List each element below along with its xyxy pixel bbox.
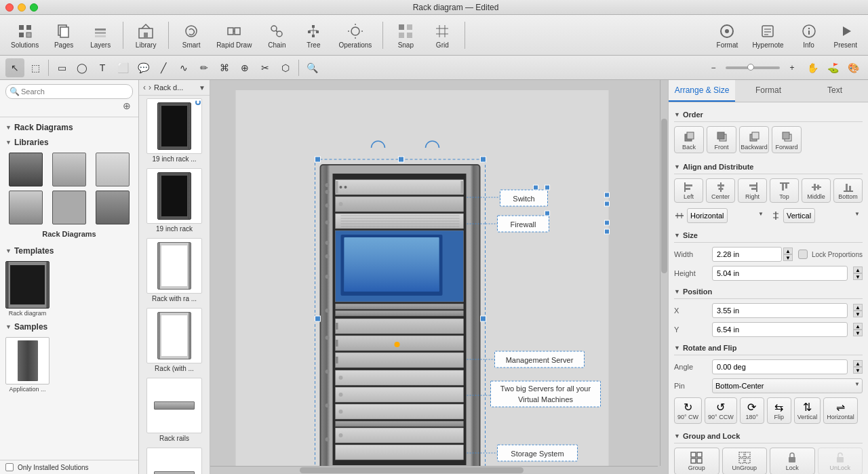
order-section-header[interactable]: ▼ Order [674, 108, 863, 122]
y-down[interactable]: ▼ [853, 330, 863, 336]
close-button[interactable] [5, 3, 14, 12]
library-item-2[interactable]: 19 inch rack [142, 168, 207, 233]
front-button[interactable]: Front [707, 126, 736, 153]
line-tool[interactable]: ╱ [154, 58, 173, 77]
horizontal-scrollbar[interactable] [210, 466, 658, 474]
scissors-tool[interactable]: ✂ [256, 58, 275, 77]
pages-button[interactable]: Pages [47, 19, 81, 52]
position-section-header[interactable]: ▼ Position [674, 285, 863, 299]
align-section-header[interactable]: ▼ Align and Distribute [674, 160, 863, 174]
align-top-button[interactable]: Top [770, 178, 799, 203]
add-library-button[interactable]: ⊕ [121, 100, 133, 113]
canvas-area[interactable]: Switch Firewall Management Server Two bi… [210, 80, 668, 474]
vertical-scrollbar[interactable] [660, 80, 668, 466]
x-stepper[interactable]: ▲ ▼ [853, 304, 863, 317]
y-up[interactable]: ▲ [853, 323, 863, 330]
group-button[interactable]: Group [674, 448, 719, 474]
format-button[interactable]: Format [710, 19, 744, 52]
tab-arrange-size[interactable]: Arrange & Size [669, 80, 735, 102]
align-middle-button[interactable]: Middle [802, 178, 831, 203]
template-thumb-1[interactable]: Rack diagram [5, 261, 50, 317]
ellipse-tool[interactable]: ◯ [73, 58, 92, 77]
unlock-button[interactable]: UnLock [818, 448, 863, 474]
align-right-button[interactable]: Right [738, 178, 767, 203]
y-input[interactable]: 6.54 in [712, 322, 848, 337]
info-button[interactable]: Info [792, 19, 826, 52]
search-input[interactable] [5, 84, 133, 99]
rapid-draw-button[interactable]: Rapid Draw [211, 19, 257, 52]
curve-tool[interactable]: ∿ [174, 58, 193, 77]
library-item-5[interactable]: Rack rails [142, 378, 207, 442]
operations-button[interactable]: Operations [333, 19, 377, 52]
vertical-scroll-thumb[interactable] [661, 119, 667, 273]
maximize-button[interactable] [30, 3, 38, 12]
snap-button[interactable]: Snap [389, 19, 422, 52]
height-stepper[interactable]: ▲ ▼ [853, 266, 863, 280]
ungroup-button[interactable]: UnGroup [722, 448, 768, 474]
smart-button[interactable]: Smart [174, 19, 208, 52]
align-bottom-button[interactable]: Bottom [833, 178, 863, 203]
height-down[interactable]: ▼ [853, 273, 863, 280]
chain-button[interactable]: Chain [260, 19, 294, 52]
rack-diagrams-header[interactable]: ▼ Rack Diagrams [0, 120, 138, 135]
back-button[interactable]: Back [674, 126, 704, 153]
library-button[interactable]: Library [129, 19, 163, 52]
x-input[interactable]: 3.55 in [712, 303, 848, 318]
select-all-tool[interactable]: ⬚ [26, 58, 45, 77]
forward-button[interactable]: Forward [772, 126, 802, 153]
minimize-button[interactable] [18, 3, 26, 12]
callout-tool[interactable]: 💬 [134, 58, 153, 77]
library-nav-dropdown[interactable]: ▼ [199, 84, 205, 92]
align-left-button[interactable]: Left [674, 178, 703, 203]
x-down[interactable]: ▼ [853, 311, 863, 317]
tab-format[interactable]: Format [735, 80, 802, 102]
templates-header[interactable]: ▼ Templates [0, 243, 138, 258]
hand-tool[interactable]: ✋ [803, 58, 822, 77]
pen-tool[interactable]: ✏ [195, 58, 214, 77]
angle-input[interactable]: 0.00 deg [712, 359, 848, 374]
rotate-cw-button[interactable]: ↻ 90° CW [674, 397, 702, 424]
select-tool[interactable]: ↖ [5, 58, 24, 77]
rect-tool[interactable]: ▭ [52, 58, 71, 77]
brush-tool[interactable]: ⌘ [215, 58, 234, 77]
vertical-dropdown[interactable]: Vertical [783, 208, 815, 223]
zoom-out-tool[interactable]: − [704, 58, 723, 77]
grid-button[interactable]: Grid [425, 19, 459, 52]
align-center-button[interactable]: Center [706, 178, 735, 203]
x-up[interactable]: ▲ [853, 304, 863, 311]
rotate-180-button[interactable]: ⟳ 180° [740, 397, 764, 424]
lib-thumb-4[interactable] [5, 191, 46, 224]
zoom-in-tool-2[interactable]: + [783, 58, 802, 77]
text-tool[interactable]: T [93, 58, 112, 77]
library-item-4[interactable]: Rack (with ... [142, 308, 207, 372]
library-item-1[interactable]: 19 inch rack ... [142, 98, 207, 163]
pin-dropdown[interactable]: Bottom-Center [712, 378, 863, 393]
lib-thumb-5[interactable] [49, 191, 90, 224]
color-picker-tool[interactable]: 🎨 [844, 58, 863, 77]
connect-tool[interactable]: ⊕ [235, 58, 254, 77]
lib-thumb-6[interactable] [92, 191, 133, 224]
library-nav-next[interactable]: › [149, 83, 151, 92]
angle-stepper[interactable]: ▲ ▼ [853, 360, 863, 374]
backward-button[interactable]: Backward [739, 126, 769, 153]
width-up[interactable]: ▲ [783, 248, 793, 254]
present-button[interactable]: Present [829, 19, 863, 52]
tab-text[interactable]: Text [802, 80, 868, 102]
size-section-header[interactable]: ▼ Size [674, 229, 863, 243]
angle-up[interactable]: ▲ [853, 360, 863, 367]
flip-button[interactable]: ⇆ Flip [767, 397, 791, 424]
lib-thumb-1[interactable] [5, 153, 46, 188]
horizontal-scroll-thumb[interactable] [300, 467, 524, 473]
width-input[interactable]: 2.28 in [712, 247, 782, 262]
eyedropper-tool[interactable]: ⛳ [823, 58, 842, 77]
width-down[interactable]: ▼ [783, 254, 793, 261]
flip-horizontal-button[interactable]: ⇌ Horizontal [823, 397, 858, 424]
lock-button[interactable]: Lock [770, 448, 815, 474]
lock-proportions-checkbox[interactable] [798, 250, 808, 259]
height-up[interactable]: ▲ [853, 266, 863, 273]
height-input[interactable]: 5.04 in [712, 266, 848, 281]
libraries-header[interactable]: ▼ Libraries [0, 135, 138, 150]
tree-button[interactable]: Tree [296, 19, 330, 52]
only-installed-checkbox[interactable] [5, 463, 14, 471]
horizontal-dropdown[interactable]: Horizontal [687, 208, 728, 223]
